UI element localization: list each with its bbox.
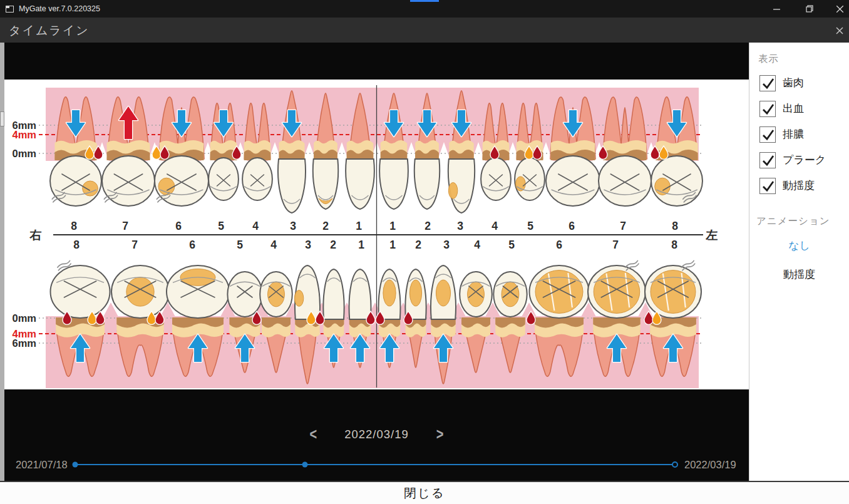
range-start-label: 2021/07/18	[16, 459, 68, 471]
animation-options: なし動揺度	[749, 239, 849, 282]
svg-text:6: 6	[569, 220, 575, 232]
display-option-row[interactable]: 歯肉	[749, 70, 849, 96]
svg-text:5: 5	[527, 220, 533, 232]
window-titlebar: MyGate ver.7.0.220325	[0, 0, 849, 18]
periodontal-chart-area: 6mm4mm0mm0mm4mm6mm8765432112345678876543…	[4, 80, 749, 389]
animation-option[interactable]: 動揺度	[749, 267, 849, 282]
window-close-button[interactable]	[831, 0, 849, 18]
previous-date-button[interactable]: <	[310, 425, 317, 443]
svg-text:4mm: 4mm	[12, 129, 36, 140]
tooth-number-row: 87654321123456788765432112345678右左	[29, 220, 718, 251]
close-icon	[836, 27, 843, 34]
svg-text:7: 7	[122, 220, 128, 232]
next-date-button[interactable]: >	[436, 425, 444, 443]
svg-text:1: 1	[358, 239, 364, 251]
current-date-label: 2022/03/19	[344, 428, 409, 441]
timeline-slider[interactable]	[75, 460, 675, 470]
svg-text:6mm: 6mm	[12, 337, 36, 349]
svg-text:3: 3	[443, 239, 450, 251]
svg-text:5: 5	[508, 239, 515, 251]
checkbox[interactable]	[759, 178, 776, 194]
svg-text:8: 8	[73, 239, 80, 251]
left-edge-handle	[0, 111, 4, 126]
checkmark-icon	[760, 126, 775, 143]
svg-text:0mm: 0mm	[12, 312, 36, 324]
svg-text:左: 左	[706, 229, 718, 242]
svg-text:0mm: 0mm	[12, 148, 36, 159]
range-end-label: 2022/03/19	[684, 459, 736, 471]
svg-text:4: 4	[474, 239, 480, 251]
svg-text:7: 7	[131, 239, 138, 251]
svg-text:1: 1	[356, 220, 362, 232]
display-section-label: 表示	[758, 53, 849, 66]
display-option-label: 動揺度	[783, 178, 815, 193]
periodontal-chart: 6mm4mm0mm0mm4mm6mm8765432112345678876543…	[4, 80, 749, 389]
svg-text:8: 8	[671, 239, 677, 251]
svg-text:8: 8	[672, 220, 678, 232]
svg-text:4: 4	[252, 220, 259, 232]
close-icon	[836, 6, 843, 13]
stage-top-spacer	[4, 43, 749, 80]
checkbox[interactable]	[759, 126, 776, 143]
svg-text:4: 4	[270, 239, 277, 251]
display-sidebar: 表示 歯肉 出血 排膿 プラーク	[749, 43, 849, 481]
dialog-header: タイムライン	[0, 18, 849, 43]
display-option-row[interactable]: プラーク	[749, 147, 849, 173]
minimize-button[interactable]	[766, 0, 787, 18]
app-window: MyGate ver.7.0.220325 タイムライン	[0, 0, 849, 504]
checkbox[interactable]	[759, 75, 776, 91]
svg-text:3: 3	[290, 220, 296, 232]
svg-text:6: 6	[189, 239, 195, 251]
slider-marker[interactable]	[73, 462, 78, 468]
background-window-peek	[410, 0, 439, 2]
animation-section-label: アニメーション	[756, 215, 849, 228]
checkmark-icon	[760, 101, 775, 117]
minimize-icon	[773, 6, 780, 13]
footer-bar: 閉じる	[0, 481, 849, 504]
checkbox[interactable]	[759, 152, 776, 168]
animation-option[interactable]: なし	[749, 239, 849, 253]
display-option-label: 出血	[783, 101, 804, 116]
svg-text:5: 5	[237, 239, 243, 251]
svg-text:3: 3	[305, 239, 311, 251]
svg-text:7: 7	[620, 220, 626, 232]
window-title: MyGate ver.7.0.220325	[19, 4, 100, 13]
date-navigation: < 2022/03/19 >	[4, 427, 749, 441]
display-option-row[interactable]: 動揺度	[749, 173, 849, 198]
svg-text:8: 8	[71, 220, 77, 232]
left-edge-strip	[0, 43, 4, 481]
slider-marker[interactable]	[302, 462, 307, 468]
stage-bottom-panel: < 2022/03/19 > 2021/07/18 2022/03/19	[4, 389, 749, 481]
display-option-label: プラーク	[783, 153, 826, 167]
svg-text:2: 2	[322, 220, 329, 232]
close-button[interactable]: 閉じる	[404, 485, 445, 501]
display-option-row[interactable]: 排膿	[749, 121, 849, 147]
timeline-stage: 6mm4mm0mm0mm4mm6mm8765432112345678876543…	[4, 43, 749, 481]
display-option-label: 排膿	[783, 127, 804, 141]
restore-icon	[806, 5, 813, 13]
svg-text:7: 7	[612, 239, 619, 251]
app-icon	[6, 6, 14, 13]
dialog-title: タイムライン	[9, 23, 90, 39]
svg-text:5: 5	[218, 220, 224, 232]
svg-text:右: 右	[29, 229, 42, 242]
timeline-slider-row: 2021/07/18 2022/03/19	[4, 452, 749, 477]
svg-text:6: 6	[175, 220, 182, 232]
svg-text:1: 1	[389, 220, 396, 232]
checkbox[interactable]	[759, 101, 776, 117]
svg-text:3: 3	[457, 220, 463, 232]
checkmark-icon	[760, 75, 775, 91]
checkmark-icon	[760, 178, 775, 194]
display-options: 歯肉 出血 排膿 プラーク 動揺度	[749, 70, 849, 198]
display-option-row[interactable]: 出血	[749, 96, 849, 121]
svg-text:1: 1	[389, 239, 396, 251]
dialog-close-button[interactable]	[831, 23, 848, 39]
slider-marker[interactable]	[672, 461, 678, 468]
slider-track[interactable]	[75, 464, 675, 465]
svg-text:6: 6	[556, 239, 562, 251]
svg-text:2: 2	[330, 239, 336, 251]
svg-text:4: 4	[491, 220, 498, 232]
svg-text:2: 2	[415, 239, 421, 251]
restore-button[interactable]	[799, 0, 820, 18]
checkmark-icon	[760, 152, 775, 168]
